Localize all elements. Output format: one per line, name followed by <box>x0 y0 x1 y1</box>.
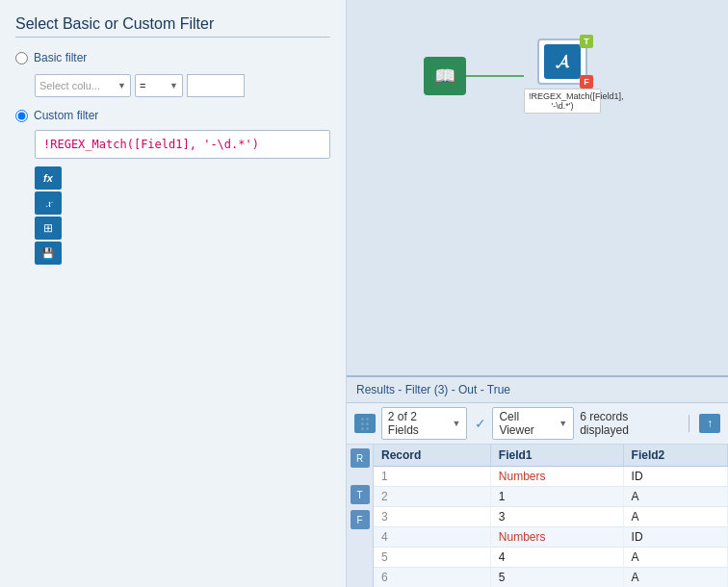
results-header: Results - Filter (3) - Out - True <box>347 377 728 403</box>
book-node[interactable]: 📖 <box>424 57 466 95</box>
cell-field1: Numbers <box>490 527 623 548</box>
filter-node[interactable]: 𝓐 T F !REGEX_Match([Field1], '-\d.*') <box>524 38 601 114</box>
column-select[interactable]: Select colu... ▼ <box>35 74 131 97</box>
custom-filter-label: Custom filter <box>34 109 98 122</box>
panel-title: Select Basic or Custom Filter <box>15 15 330 38</box>
save-icon: 💾 <box>41 247 55 260</box>
results-grid-icon[interactable] <box>354 414 376 433</box>
fields-label: 2 of 2 Fields <box>388 410 451 437</box>
cell-field2: A <box>623 568 727 588</box>
canvas-area: 📖 𝓐 T F !REGEX_Match([Field1], '-\d.*') <box>347 0 728 375</box>
cell-field2: A <box>623 548 727 568</box>
filter-node-label: !REGEX_Match([Field1], '-\d.*') <box>524 89 601 114</box>
cell-record: 4 <box>374 527 490 548</box>
scroll-top-button[interactable]: ↑ <box>699 414 720 433</box>
table-icon: ⊞ <box>43 221 53 235</box>
cell-field2: ID <box>623 467 727 487</box>
side-icon-1[interactable]: R <box>351 448 370 468</box>
cell-record: 5 <box>374 548 490 568</box>
table-button[interactable]: ⊞ <box>35 217 62 240</box>
cell-viewer-chevron: ▼ <box>559 419 567 428</box>
operator-value: = <box>140 80 145 91</box>
basic-filter-label: Basic filter <box>34 51 87 64</box>
basic-filter-radio[interactable] <box>15 52 28 64</box>
false-badge: F <box>580 75 593 89</box>
filter-value-input[interactable] <box>187 74 245 97</box>
connector-line <box>466 75 524 77</box>
right-panel: 📖 𝓐 T F !REGEX_Match([Field1], '-\d.*') <box>347 0 728 587</box>
results-table-container: Record Field1 Field2 1NumbersID21A33A4Nu… <box>374 445 728 587</box>
cell-record: 1 <box>374 467 490 487</box>
results-toolbar: 2 of 2 Fields ▼ ✓ Cell Viewer ▼ 6 record… <box>347 403 728 445</box>
column-chevron: ▼ <box>117 81 126 90</box>
records-count: 6 records displayed <box>580 410 679 437</box>
workflow-nodes: 📖 𝓐 T F !REGEX_Match([Field1], '-\d.*') <box>424 38 601 114</box>
col-field1: Field1 <box>490 445 623 467</box>
cell-field2: A <box>623 507 727 527</box>
results-table: Record Field1 Field2 1NumbersID21A33A4Nu… <box>374 445 728 587</box>
table-header-row: Record Field1 Field2 <box>374 445 728 467</box>
variable-icon: 𝑥 <box>46 196 51 210</box>
toolbar-divider <box>689 415 689 432</box>
expression-box[interactable]: !REGEX_Match([Field1], '-\d.*') <box>35 130 330 159</box>
icon-buttons-group: fx 𝑥 ⊞ 💾 <box>35 166 330 265</box>
column-select-text: Select colu... <box>39 80 100 91</box>
main-container: Select Basic or Custom Filter Basic filt… <box>0 0 728 587</box>
operator-select[interactable]: = ▼ <box>135 74 183 97</box>
cell-field1: 3 <box>490 507 623 527</box>
table-with-side-icons: R T F Record Field1 Field2 <box>347 445 728 587</box>
table-row: 54A <box>374 548 728 568</box>
fields-dropdown[interactable]: 2 of 2 Fields ▼ <box>381 407 468 440</box>
filter-node-icon: 𝓐 T F <box>537 38 587 85</box>
cell-field1: Numbers <box>490 467 623 487</box>
custom-filter-radio[interactable] <box>15 110 28 122</box>
filter-inner-icon: 𝓐 <box>544 44 581 79</box>
true-badge: T <box>580 35 593 48</box>
table-row: 1NumbersID <box>374 467 728 487</box>
operator-chevron: ▼ <box>169 81 178 90</box>
table-row: 21A <box>374 487 728 507</box>
grid-dots <box>361 412 369 436</box>
basic-filter-row: Basic filter <box>15 51 330 64</box>
filter-controls-row: Select colu... ▼ = ▼ <box>35 74 330 97</box>
alteryx-icon: 𝓐 <box>556 52 569 72</box>
expression-text: !REGEX_Match([Field1], '-\d.*') <box>43 138 259 151</box>
side-icon-3[interactable]: F <box>351 510 370 529</box>
col-record: Record <box>374 445 490 467</box>
variable-button[interactable]: 𝑥 <box>35 191 62 215</box>
cell-field1: 1 <box>490 487 623 507</box>
cell-record: 2 <box>374 487 490 507</box>
checkmark-icon: ✓ <box>475 416 486 431</box>
custom-filter-row: Custom filter <box>15 109 330 122</box>
cell-field2: A <box>623 487 727 507</box>
results-panel: Results - Filter (3) - Out - True 2 of 2… <box>347 375 728 587</box>
cell-viewer-dropdown[interactable]: Cell Viewer ▼ <box>492 407 574 440</box>
fields-chevron: ▼ <box>452 419 460 428</box>
col-field2: Field2 <box>623 445 727 467</box>
cell-field1: 4 <box>490 548 623 568</box>
table-row: 33A <box>374 507 728 527</box>
fx-icon: fx <box>43 172 53 184</box>
side-icons: R T F <box>347 445 374 587</box>
cell-viewer-label: Cell Viewer <box>499 410 557 437</box>
up-arrow-icon: ↑ <box>707 417 713 430</box>
cell-field2: ID <box>623 527 727 548</box>
table-row: 4NumbersID <box>374 527 728 548</box>
fx-button[interactable]: fx <box>35 166 62 190</box>
cell-record: 6 <box>374 568 490 588</box>
cell-record: 3 <box>374 507 490 527</box>
left-panel: Select Basic or Custom Filter Basic filt… <box>0 0 347 587</box>
save-button[interactable]: 💾 <box>35 242 62 265</box>
side-icon-2[interactable]: T <box>351 485 370 504</box>
table-row: 65A <box>374 568 728 588</box>
book-icon: 📖 <box>434 65 455 87</box>
cell-field1: 5 <box>490 568 623 588</box>
